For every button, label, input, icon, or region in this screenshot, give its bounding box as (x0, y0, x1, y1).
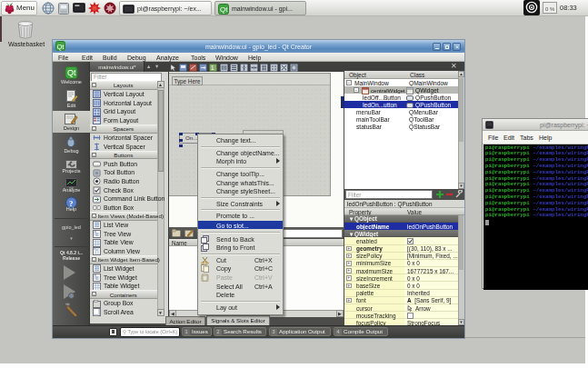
svg-text:Qt: Qt (67, 68, 76, 77)
svg-text:Qt: Qt (220, 5, 228, 14)
svg-text:1: 1 (211, 65, 214, 71)
